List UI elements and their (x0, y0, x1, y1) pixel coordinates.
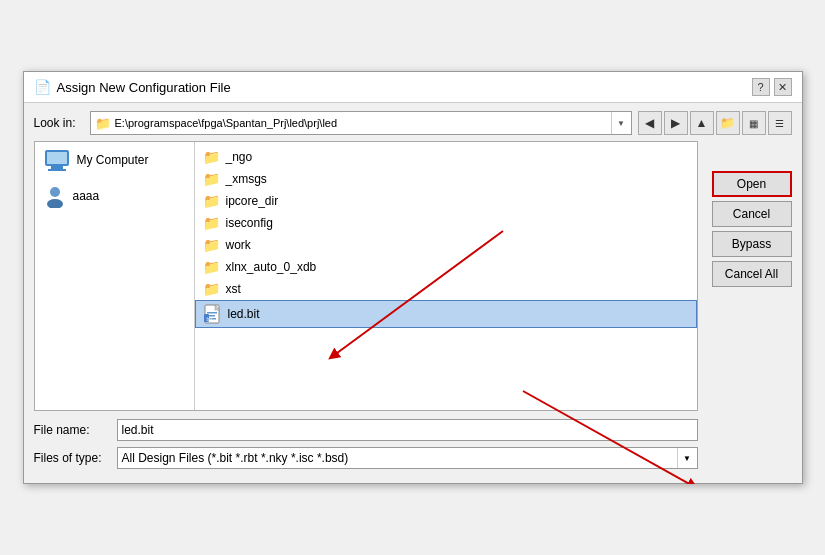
folder-icon: 📁 (203, 171, 220, 187)
sidebar-my-computer-label: My Computer (77, 153, 149, 167)
folder-icon: 📁 (203, 259, 220, 275)
svg-rect-3 (47, 152, 67, 164)
file-list-panel: 📁 _ngo 📁 _xmsgs 📁 ipcore_dir (195, 142, 697, 410)
current-path: E:\programspace\fpga\Spantan_Prj\led\prj… (115, 117, 611, 129)
dialog-title: Assign New Configuration File (57, 80, 231, 95)
file-browser: My Computer aaaa (34, 141, 698, 411)
up-button[interactable]: ▲ (690, 111, 714, 135)
folder-icon: 📁 (203, 215, 220, 231)
file-item-xmsgs[interactable]: 📁 _xmsgs (195, 168, 697, 190)
file-item-ipcore-label: ipcore_dir (226, 194, 279, 208)
file-item-xst[interactable]: 📁 xst (195, 278, 697, 300)
folder-icon: 📁 (203, 193, 220, 209)
bit-file-icon: bit (204, 304, 222, 324)
file-type-value: All Design Files (*.bit *.rbt *.nky *.is… (118, 449, 677, 467)
file-type-dropdown-arrow[interactable]: ▼ (677, 448, 697, 468)
computer-icon (43, 148, 71, 172)
cancel-all-button[interactable]: Cancel All (712, 261, 792, 287)
file-type-label: Files of type: (34, 451, 109, 465)
svg-rect-8 (207, 312, 217, 314)
file-item-work[interactable]: 📁 work (195, 234, 697, 256)
file-item-xmsgs-label: _xmsgs (226, 172, 267, 186)
svg-point-4 (50, 187, 60, 197)
sidebar-item-my-computer[interactable]: My Computer (35, 142, 194, 178)
folder-icon: 📁 (203, 237, 220, 253)
bypass-button[interactable]: Bypass (712, 231, 792, 257)
help-button[interactable]: ? (752, 78, 770, 96)
file-name-input[interactable] (117, 419, 698, 441)
file-item-ipcore[interactable]: 📁 ipcore_dir (195, 190, 697, 212)
svg-rect-2 (48, 169, 66, 171)
back-button[interactable]: ◀ (638, 111, 662, 135)
look-in-combo[interactable]: 📁 E:\programspace\fpga\Spantan_Prj\led\p… (90, 111, 632, 135)
file-name-label: File name: (34, 423, 109, 437)
path-dropdown-arrow[interactable]: ▼ (611, 112, 631, 134)
svg-text:bit: bit (206, 316, 212, 322)
list-view-icon: ▦ (749, 118, 758, 129)
file-item-led-bit[interactable]: bit led.bit (195, 300, 697, 328)
open-button[interactable]: Open (712, 171, 792, 197)
file-item-xlnx-label: xlnx_auto_0_xdb (226, 260, 317, 274)
sidebar-panel: My Computer aaaa (35, 142, 195, 410)
list-view-button[interactable]: ▦ (742, 111, 766, 135)
title-bar: 📄 Assign New Configuration File ? ✕ (24, 72, 802, 103)
file-item-ngo[interactable]: 📁 _ngo (195, 146, 697, 168)
close-button[interactable]: ✕ (774, 78, 792, 96)
sidebar-aaaa-label: aaaa (73, 189, 100, 203)
new-folder-button[interactable]: 📁 (716, 111, 740, 135)
file-item-work-label: work (226, 238, 251, 252)
file-item-xst-label: xst (226, 282, 241, 296)
file-type-select[interactable]: All Design Files (*.bit *.rbt *.nky *.is… (117, 447, 698, 469)
folder-icon: 📁 (91, 114, 115, 133)
folder-icon: 📁 (203, 149, 220, 165)
file-item-iseconfig-label: iseconfig (226, 216, 273, 230)
dialog-title-icon: 📄 (34, 79, 51, 95)
svg-point-5 (47, 199, 63, 208)
file-item-xlnx[interactable]: 📁 xlnx_auto_0_xdb (195, 256, 697, 278)
user-icon (43, 184, 67, 208)
file-item-ngo-label: _ngo (226, 150, 253, 164)
new-folder-icon: 📁 (720, 116, 735, 130)
cancel-button[interactable]: Cancel (712, 201, 792, 227)
forward-button[interactable]: ▶ (664, 111, 688, 135)
svg-rect-1 (51, 166, 63, 169)
sidebar-item-aaaa[interactable]: aaaa (35, 178, 194, 214)
file-item-led-bit-label: led.bit (228, 307, 260, 321)
details-view-button[interactable]: ☰ (768, 111, 792, 135)
file-item-iseconfig[interactable]: 📁 iseconfig (195, 212, 697, 234)
folder-icon: 📁 (203, 281, 220, 297)
details-view-icon: ☰ (775, 118, 784, 129)
look-in-label: Look in: (34, 116, 84, 130)
